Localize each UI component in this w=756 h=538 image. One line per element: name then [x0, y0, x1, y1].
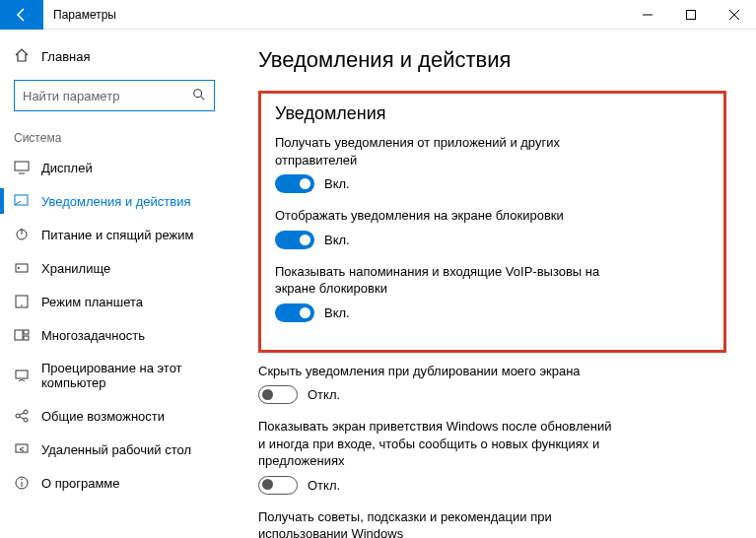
toggle-hide-duplicating[interactable]: [258, 385, 298, 404]
svg-rect-4: [15, 162, 29, 170]
svg-rect-15: [24, 336, 29, 340]
sidebar-item-tablet[interactable]: Режим планшета: [0, 285, 229, 318]
sidebar-item-label: Удаленный рабочий стол: [41, 442, 191, 457]
home-icon: [14, 47, 30, 66]
svg-point-17: [16, 414, 20, 418]
toggle-apps-notifications[interactable]: [275, 174, 314, 193]
sidebar-group-label: Система: [0, 125, 229, 151]
home-label: Главная: [41, 49, 90, 64]
sidebar-item-label: Дисплей: [41, 161, 93, 175]
sidebar-item-storage[interactable]: Хранилище: [0, 251, 229, 285]
remote-icon: [14, 441, 30, 457]
toggle-state: Откл.: [308, 387, 340, 402]
sidebar-item-power[interactable]: Питание и спящий режим: [0, 218, 229, 251]
svg-point-12: [21, 304, 23, 306]
toggle-state: Вкл.: [324, 176, 350, 191]
toggle-state: Откл.: [308, 478, 340, 493]
sidebar-item-label: Проецирование на этот компьютер: [41, 361, 215, 390]
svg-point-19: [24, 418, 28, 422]
setting-label: Показывать напоминания и входящие VoIP-в…: [275, 263, 630, 298]
svg-point-18: [24, 410, 28, 414]
storage-icon: [14, 260, 30, 276]
toggle-state: Вкл.: [324, 233, 350, 247]
svg-line-3: [201, 96, 205, 100]
setting-label: Получать советы, подсказки и рекомендаци…: [258, 508, 613, 538]
display-icon: [14, 160, 30, 175]
sidebar-item-multitask[interactable]: Многозадачность: [0, 318, 229, 352]
svg-rect-1: [687, 10, 696, 19]
sidebar-item-about[interactable]: О программе: [0, 466, 229, 500]
setting-label: Отображать уведомления на экране блокиро…: [275, 207, 630, 225]
search-icon: [192, 88, 206, 104]
toggle-voip-lockscreen[interactable]: [275, 303, 314, 322]
svg-rect-13: [15, 330, 23, 340]
sidebar-item-label: Многозадачность: [41, 328, 145, 343]
sidebar-item-display[interactable]: Дисплей: [0, 151, 229, 184]
setting-label: Получать уведомления от приложений и дру…: [275, 134, 630, 168]
sidebar-item-label: Уведомления и действия: [41, 194, 191, 209]
svg-rect-9: [16, 264, 28, 272]
power-icon: [14, 227, 30, 242]
sidebar-item-label: Режим планшета: [41, 295, 143, 309]
section-heading: Уведомления: [275, 103, 710, 124]
notifications-icon: [14, 193, 30, 209]
back-button[interactable]: [0, 0, 43, 30]
sidebar-item-remote[interactable]: Удаленный рабочий стол: [0, 433, 229, 466]
multitask-icon: [14, 327, 30, 343]
shared-icon: [14, 408, 30, 424]
sidebar-item-label: О программе: [41, 476, 120, 491]
sidebar-item-shared[interactable]: Общие возможности: [0, 399, 229, 433]
about-icon: [14, 475, 30, 491]
search-input[interactable]: Найти параметр: [14, 80, 215, 111]
sidebar-item-label: Общие возможности: [41, 409, 165, 424]
close-button[interactable]: [713, 0, 756, 30]
toggle-lockscreen-notifications[interactable]: [275, 231, 314, 249]
home-nav[interactable]: Главная: [0, 39, 229, 74]
page-title: Уведомления и действия: [258, 47, 726, 73]
projecting-icon: [14, 368, 30, 383]
highlighted-section: Уведомления Получать уведомления от прил…: [258, 91, 726, 353]
svg-rect-14: [24, 330, 29, 334]
setting-label: Скрыть уведомления при дублировании моег…: [258, 363, 613, 380]
search-placeholder: Найти параметр: [23, 89, 192, 103]
sidebar-item-label: Питание и спящий режим: [41, 228, 193, 242]
svg-point-2: [194, 89, 202, 97]
svg-rect-16: [16, 370, 28, 378]
setting-label: Показывать экран приветствия Windows пос…: [258, 418, 613, 470]
maximize-button[interactable]: [669, 0, 713, 30]
svg-point-10: [18, 267, 20, 269]
toggle-state: Вкл.: [324, 305, 350, 320]
svg-point-23: [21, 479, 23, 481]
toggle-welcome-screen[interactable]: [258, 476, 298, 495]
tablet-icon: [14, 294, 30, 309]
sidebar-item-notifications[interactable]: Уведомления и действия: [0, 184, 229, 218]
window-title: Параметры: [53, 8, 626, 22]
sidebar-item-projecting[interactable]: Проецирование на этот компьютер: [0, 352, 229, 399]
sidebar-item-label: Хранилище: [41, 261, 110, 276]
minimize-button[interactable]: [626, 0, 669, 30]
